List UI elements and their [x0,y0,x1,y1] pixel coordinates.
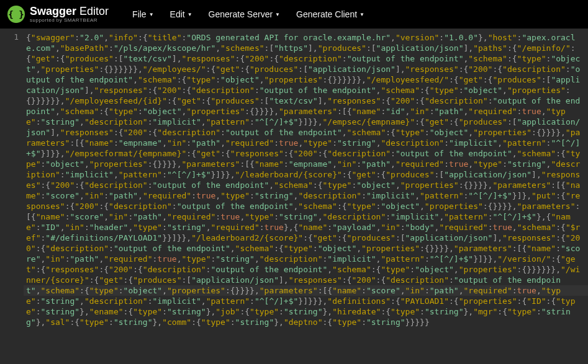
code-editor[interactable]: {"swagger":"2.0","info":{"title":"ORDS g… [24,29,588,364]
brand-text: Swagger Editor supported by SMARTBEAR [30,6,109,23]
chevron-down-icon: ▼ [275,12,280,17]
menu-file[interactable]: File▼ [132,9,153,19]
swagger-logo-icon: { } [7,6,25,23]
brand: { } Swagger Editor supported by SMARTBEA… [7,6,109,23]
menu-edit[interactable]: Edit▼ [170,9,192,19]
chevron-down-icon: ▼ [149,12,154,17]
topbar: { } Swagger Editor supported by SMARTBEA… [0,0,588,29]
menu-bar: File▼ Edit▼ Generate Server▼ Generate Cl… [132,9,364,19]
line-number: 1 [0,32,19,42]
menu-generate-client[interactable]: Generate Client▼ [296,9,364,19]
editor-area: 1 {"swagger":"2.0","info":{"title":"ORDS… [0,29,588,364]
brand-subtitle: supported by SMARTBEAR [30,18,109,23]
line-gutter: 1 [0,29,24,364]
brand-title: Swagger Editor [30,6,109,17]
menu-generate-server[interactable]: Generate Server▼ [209,9,280,19]
chevron-down-icon: ▼ [188,12,192,17]
chevron-down-icon: ▼ [360,12,364,17]
